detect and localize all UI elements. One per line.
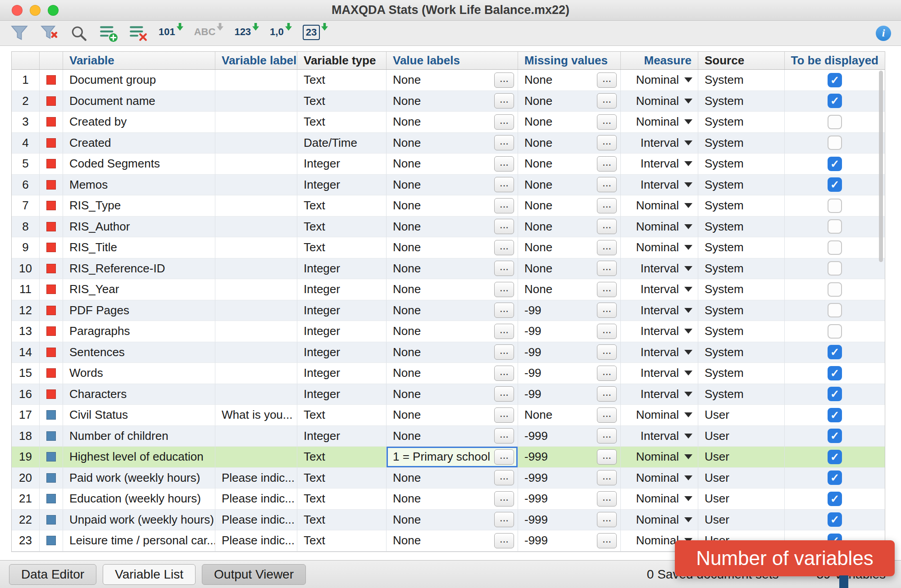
measure-dropdown-arrow-icon[interactable] bbox=[684, 392, 692, 397]
cell-variable-label[interactable] bbox=[215, 237, 297, 258]
displayed-checkbox[interactable] bbox=[828, 387, 842, 401]
displayed-checkbox[interactable] bbox=[828, 73, 842, 87]
cell-measure[interactable]: Nominal bbox=[621, 488, 698, 510]
row-number[interactable]: 15 bbox=[12, 363, 40, 384]
value-labels-ellipsis-button[interactable]: ... bbox=[494, 303, 514, 318]
cell-variable-label[interactable]: Please indic... bbox=[215, 510, 297, 531]
cell-variable[interactable]: Number of children bbox=[63, 426, 215, 447]
info-button[interactable]: i bbox=[876, 26, 891, 41]
value-labels-ellipsis-button[interactable]: ... bbox=[494, 177, 514, 192]
measure-dropdown-arrow-icon[interactable] bbox=[684, 119, 692, 124]
value-labels-ellipsis-button[interactable]: ... bbox=[494, 72, 514, 88]
value-labels-ellipsis-button[interactable]: ... bbox=[494, 261, 514, 276]
cell-variable[interactable]: Created by bbox=[63, 112, 215, 133]
close-button[interactable] bbox=[12, 5, 23, 16]
cell-missing-values[interactable]: -999... bbox=[518, 426, 621, 447]
cell-variable-label[interactable] bbox=[215, 154, 297, 175]
cell-missing-values[interactable]: -999... bbox=[518, 447, 621, 468]
cell-measure[interactable]: Interval bbox=[621, 342, 698, 363]
cell-value-labels[interactable]: None... bbox=[387, 468, 518, 489]
cell-value-labels[interactable]: None... bbox=[387, 300, 518, 321]
zoom-button[interactable] bbox=[48, 5, 59, 16]
cell-variable[interactable]: Document name bbox=[63, 91, 215, 112]
cell-variable[interactable]: Document group bbox=[63, 70, 215, 91]
cell-variable-label[interactable] bbox=[215, 112, 297, 133]
row-number[interactable]: 1 bbox=[12, 70, 40, 91]
cell-missing-values[interactable]: None... bbox=[518, 217, 621, 238]
cell-variable-label[interactable]: Please indic... bbox=[215, 488, 297, 510]
missing-values-ellipsis-button[interactable]: ... bbox=[597, 533, 617, 548]
row-number[interactable]: 21 bbox=[12, 488, 40, 510]
cell-missing-values[interactable]: None... bbox=[518, 133, 621, 154]
displayed-checkbox[interactable] bbox=[828, 157, 842, 171]
cell-value-labels[interactable]: None... bbox=[387, 195, 518, 217]
row-number[interactable]: 10 bbox=[12, 258, 40, 280]
cell-variable[interactable]: PDF Pages bbox=[63, 300, 215, 321]
cell-variable[interactable]: Characters bbox=[63, 384, 215, 405]
header-variable-type[interactable]: Variable type bbox=[297, 52, 387, 69]
measure-dropdown-arrow-icon[interactable] bbox=[684, 224, 692, 229]
measure-dropdown-arrow-icon[interactable] bbox=[684, 475, 692, 480]
cell-variable[interactable]: Unpaid work (weekly hours) bbox=[63, 510, 215, 531]
displayed-checkbox[interactable] bbox=[828, 470, 842, 485]
displayed-checkbox[interactable] bbox=[828, 199, 842, 213]
convert-to-number-button[interactable]: 123 bbox=[234, 23, 259, 44]
cell-missing-values[interactable]: None... bbox=[518, 175, 621, 196]
row-number[interactable]: 2 bbox=[12, 91, 40, 112]
missing-values-ellipsis-button[interactable]: ... bbox=[597, 198, 617, 213]
missing-values-ellipsis-button[interactable]: ... bbox=[597, 512, 617, 527]
measure-dropdown-arrow-icon[interactable] bbox=[684, 517, 692, 522]
vertical-scrollbar[interactable] bbox=[879, 71, 883, 262]
header-variable[interactable]: Variable bbox=[63, 52, 215, 69]
measure-dropdown-arrow-icon[interactable] bbox=[684, 412, 692, 417]
measure-dropdown-arrow-icon[interactable] bbox=[684, 287, 692, 292]
cell-value-labels[interactable]: None... bbox=[387, 112, 518, 133]
value-labels-ellipsis-button[interactable]: ... bbox=[494, 407, 514, 423]
cell-variable[interactable]: RIS_Author bbox=[63, 217, 215, 238]
cell-measure[interactable]: Nominal bbox=[621, 112, 698, 133]
cell-variable-label[interactable] bbox=[215, 300, 297, 321]
cell-value-labels[interactable]: None... bbox=[387, 426, 518, 447]
cell-variable[interactable]: Created bbox=[63, 133, 215, 154]
cell-variable[interactable]: Sentences bbox=[63, 342, 215, 363]
measure-dropdown-arrow-icon[interactable] bbox=[684, 308, 692, 313]
row-number[interactable]: 22 bbox=[12, 510, 40, 531]
cell-value-labels[interactable]: None... bbox=[387, 133, 518, 154]
value-labels-ellipsis-button[interactable]: ... bbox=[494, 470, 514, 485]
missing-values-ellipsis-button[interactable]: ... bbox=[597, 261, 617, 276]
cell-variable[interactable]: Paragraphs bbox=[63, 321, 215, 342]
cell-variable[interactable]: Paid work (weekly hours) bbox=[63, 468, 215, 489]
cell-missing-values[interactable]: -99... bbox=[518, 384, 621, 405]
missing-values-ellipsis-button[interactable]: ... bbox=[597, 156, 617, 172]
cell-measure[interactable]: Interval bbox=[621, 363, 698, 384]
value-labels-ellipsis-button[interactable]: ... bbox=[494, 386, 514, 402]
cell-variable-label[interactable] bbox=[215, 258, 297, 280]
cell-variable-label[interactable]: Please indic... bbox=[215, 530, 297, 552]
measure-dropdown-arrow-icon[interactable] bbox=[684, 140, 692, 145]
cell-missing-values[interactable]: -999... bbox=[518, 488, 621, 510]
cell-measure[interactable]: Interval bbox=[621, 154, 698, 175]
cell-measure[interactable]: Interval bbox=[621, 279, 698, 300]
row-number[interactable]: 11 bbox=[12, 279, 40, 300]
missing-values-ellipsis-button[interactable]: ... bbox=[597, 386, 617, 402]
missing-values-ellipsis-button[interactable]: ... bbox=[597, 135, 617, 150]
cell-missing-values[interactable]: None... bbox=[518, 237, 621, 258]
measure-dropdown-arrow-icon[interactable] bbox=[684, 350, 692, 355]
cell-variable-label[interactable] bbox=[215, 91, 297, 112]
row-number[interactable]: 9 bbox=[12, 237, 40, 258]
cell-value-labels[interactable]: None... bbox=[387, 217, 518, 238]
missing-values-ellipsis-button[interactable]: ... bbox=[597, 428, 617, 443]
header-missing-values[interactable]: Missing values bbox=[518, 52, 621, 69]
displayed-checkbox[interactable] bbox=[828, 94, 842, 108]
measure-dropdown-arrow-icon[interactable] bbox=[684, 434, 692, 439]
header-value-labels[interactable]: Value labels bbox=[387, 52, 518, 69]
value-labels-ellipsis-button[interactable]: ... bbox=[494, 135, 514, 150]
measure-dropdown-arrow-icon[interactable] bbox=[684, 329, 692, 334]
cell-value-labels[interactable]: None... bbox=[387, 175, 518, 196]
cell-variable[interactable]: Highest level of education bbox=[63, 447, 215, 468]
missing-values-ellipsis-button[interactable]: ... bbox=[597, 282, 617, 297]
tab-data-editor[interactable]: Data Editor bbox=[9, 564, 96, 585]
measure-dropdown-arrow-icon[interactable] bbox=[684, 245, 692, 250]
cell-missing-values[interactable]: -99... bbox=[518, 321, 621, 342]
cell-variable[interactable]: Words bbox=[63, 363, 215, 384]
